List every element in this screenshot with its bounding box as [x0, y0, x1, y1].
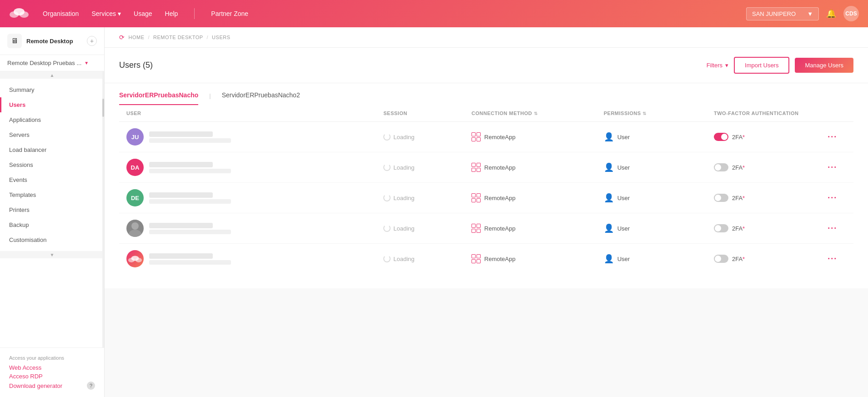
twofa-asterisk: *	[743, 256, 745, 262]
sidebar-item-label: Users	[9, 101, 25, 108]
actions-cell: ···	[817, 183, 853, 213]
twofa-toggle[interactable]	[714, 224, 728, 232]
permissions-sort-icon[interactable]: ⇅	[642, 111, 647, 116]
sidebar-nav: Summary Users Applications Servers Load …	[0, 79, 104, 251]
manage-users-button[interactable]: Manage Users	[795, 58, 853, 73]
filters-chevron-icon: ▾	[725, 62, 728, 69]
breadcrumb-current: USERS	[212, 35, 230, 40]
sidebar-item-templates[interactable]: Templates	[0, 187, 104, 202]
sidebar-item-load-balancer[interactable]: Load balancer	[0, 142, 104, 157]
breadcrumb-home[interactable]: HOME	[129, 35, 145, 40]
svg-point-3	[131, 222, 139, 230]
sidebar-item-customisation[interactable]: Customisation	[0, 232, 104, 247]
nav-partner-zone[interactable]: Partner Zone	[211, 10, 248, 17]
table-body: JU Loading	[119, 122, 853, 274]
user-name-redacted	[149, 253, 213, 259]
user-info	[149, 223, 231, 234]
user-info	[149, 253, 231, 265]
server-tab-active[interactable]: ServidorERPruebasNacho	[119, 91, 198, 105]
logo[interactable]	[9, 6, 29, 21]
user-info	[149, 162, 231, 173]
avatar	[126, 250, 144, 267]
topnav-right: SAN JUNIPERO ▼ 🔔 CDS	[746, 6, 859, 21]
table-row: JU Loading	[119, 122, 853, 152]
download-generator-link[interactable]: Download generator	[9, 382, 62, 389]
user-email-redacted	[149, 199, 231, 204]
user-name-redacted	[149, 223, 213, 228]
session-cell: Loading	[376, 152, 464, 183]
server-tab-inactive[interactable]: ServidorERPruebasNacho2	[222, 91, 300, 105]
scroll-down-button[interactable]: ▼	[0, 251, 104, 258]
sidebar-item-label: Events	[9, 176, 27, 183]
permissions-cell: 👤 User	[597, 122, 707, 152]
sidebar-item-applications[interactable]: Applications	[0, 112, 104, 127]
th-twofa: TWO-FACTOR AUTHENTICATION	[707, 105, 817, 122]
breadcrumb-sep1: /	[148, 35, 150, 40]
bell-icon[interactable]: 🔔	[826, 9, 836, 19]
sidebar-item-servers[interactable]: Servers	[0, 127, 104, 142]
more-options-button[interactable]: ···	[824, 222, 841, 235]
breadcrumb-icon: ⟳	[119, 34, 125, 41]
remote-app-icon	[472, 224, 481, 233]
session-cell: Loading	[376, 122, 464, 152]
more-options-button[interactable]: ···	[824, 191, 841, 205]
user-cell: DA	[119, 152, 376, 183]
scroll-up-button[interactable]: ▲	[0, 71, 104, 79]
twofa-cell: 2FA*	[707, 152, 817, 183]
web-access-link[interactable]: Web Access	[9, 364, 95, 371]
sidebar-item-backup[interactable]: Backup	[0, 217, 104, 232]
more-options-button[interactable]: ···	[824, 252, 841, 266]
user-permission-icon: 👤	[604, 223, 614, 233]
sidebar: 🖥 Remote Desktop + Remote Desktop Prueba…	[0, 27, 105, 397]
actions-cell: ···	[817, 122, 853, 152]
th-connection-method: CONNECTION METHOD ⇅	[464, 105, 597, 122]
twofa-toggle[interactable]	[714, 163, 728, 171]
twofa-label: 2FA*	[732, 164, 745, 171]
user-email-redacted	[149, 138, 231, 143]
table-header: USER SESSION CONNECTION METHOD ⇅ PERMISS…	[119, 105, 853, 122]
add-service-button[interactable]: +	[87, 36, 97, 46]
sidebar-scroll-area: ▲ Summary Users Applications Servers Loa…	[0, 71, 104, 347]
twofa-toggle[interactable]	[714, 133, 728, 141]
table-row: Loading RemoteApp	[119, 213, 853, 244]
sidebar-item-users[interactable]: Users	[0, 97, 104, 112]
sidebar-item-label: Servers	[9, 131, 30, 138]
sidebar-item-events[interactable]: Events	[0, 172, 104, 187]
twofa-label: 2FA*	[732, 256, 745, 262]
nav-help[interactable]: Help	[165, 10, 178, 17]
sidebar-item-summary[interactable]: Summary	[0, 82, 104, 97]
help-badge[interactable]: ?	[87, 382, 95, 390]
connection-method-cell: RemoteApp	[464, 244, 597, 274]
connection-method-sort-icon[interactable]: ⇅	[534, 111, 538, 116]
connection-method-cell: RemoteApp	[464, 122, 597, 152]
user-email-redacted	[149, 230, 231, 234]
avatar: JU	[126, 128, 144, 146]
twofa-toggle[interactable]	[714, 194, 728, 202]
acceso-rdp-link[interactable]: Acceso RDP	[9, 373, 95, 380]
more-options-button[interactable]: ···	[824, 161, 841, 174]
page-header: Users (5) Filters ▾ Import Users Manage …	[105, 48, 868, 83]
th-actions	[817, 105, 853, 122]
instance-name: Remote Desktop Pruebas ...	[7, 60, 81, 66]
breadcrumb-service[interactable]: REMOTE DESKTOP	[153, 35, 203, 40]
top-navigation: Organisation Services ▾ Usage Help Partn…	[0, 0, 868, 27]
org-selector[interactable]: SAN JUNIPERO ▼	[746, 7, 819, 20]
permission-value: User	[617, 225, 630, 232]
user-avatar[interactable]: CDS	[843, 6, 859, 21]
session-status: Loading	[393, 225, 414, 232]
instance-selector[interactable]: Remote Desktop Pruebas ... ▼	[0, 55, 104, 71]
nav-services[interactable]: Services ▾	[91, 10, 121, 17]
filters-button[interactable]: Filters ▾	[707, 62, 728, 69]
sidebar-item-label: Load balancer	[9, 146, 46, 153]
actions-cell: ···	[817, 152, 853, 183]
nav-usage[interactable]: Usage	[134, 10, 152, 17]
table-row: Loading RemoteApp	[119, 244, 853, 274]
import-users-button[interactable]: Import Users	[734, 57, 789, 74]
more-options-button[interactable]: ···	[824, 131, 841, 144]
sidebar-item-printers[interactable]: Printers	[0, 202, 104, 217]
connection-method-cell: RemoteApp	[464, 183, 597, 213]
twofa-toggle[interactable]	[714, 255, 728, 263]
permission-value: User	[617, 164, 630, 171]
nav-organisation[interactable]: Organisation	[43, 10, 79, 17]
sidebar-item-sessions[interactable]: Sessions	[0, 157, 104, 172]
